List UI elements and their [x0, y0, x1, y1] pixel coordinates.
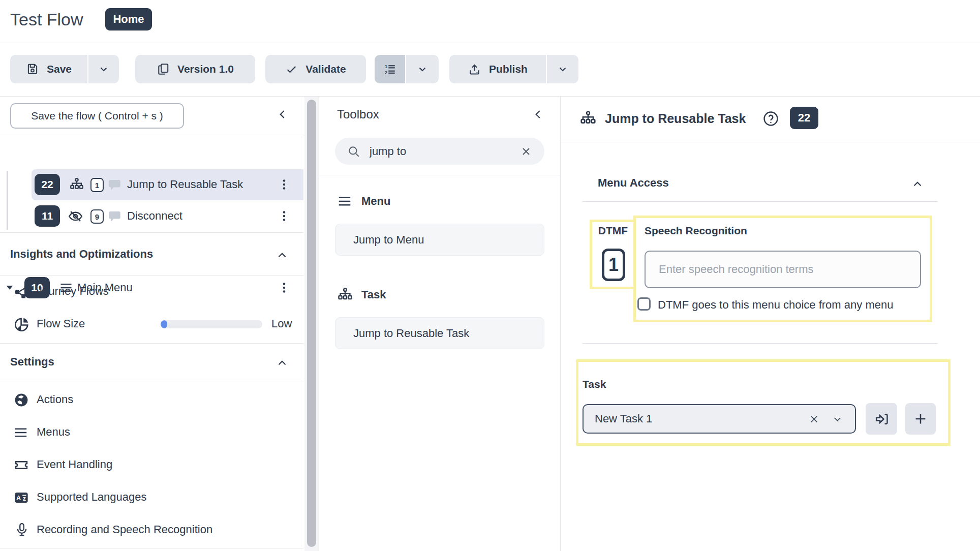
version-button[interactable]: Version 1.0	[135, 55, 255, 83]
home-badge[interactable]: Home	[105, 8, 152, 30]
task-select-value: New Task 1	[595, 412, 808, 425]
speech-recognition-label: Speech Recognition	[645, 224, 747, 237]
left-panel-divider	[0, 135, 303, 135]
inspector-title: Jump to Reusable Task	[605, 110, 746, 127]
toolbar-divider	[0, 96, 980, 97]
toolbox-right-border	[560, 97, 561, 551]
clear-task-icon[interactable]	[808, 413, 820, 425]
jump-into-task-button[interactable]	[866, 403, 897, 435]
tree-row-label: Disconnect	[127, 209, 182, 223]
toolbox-group-task: Task	[337, 287, 386, 303]
clear-search-icon[interactable]	[520, 145, 532, 158]
chevron-up-icon[interactable]	[275, 249, 289, 262]
speech-recognition-input[interactable]	[645, 251, 921, 288]
save-button-label: Save	[47, 63, 72, 75]
save-dropdown-button[interactable]	[88, 55, 119, 83]
document-copy-icon	[157, 63, 170, 76]
toolbox-left-border	[319, 97, 319, 551]
toolbox-search[interactable]	[335, 138, 544, 165]
node-number-badge: 11	[35, 205, 60, 227]
tree-row[interactable]: 10 Main Menu	[0, 136, 303, 169]
row-menu-icon[interactable]	[278, 178, 291, 191]
left-panel-bottom-divider	[0, 548, 303, 548]
home-badge-label: Home	[113, 13, 144, 26]
globe-icon	[13, 392, 29, 408]
chevron-down-icon	[98, 63, 110, 75]
flow-size-level: Low	[271, 317, 292, 330]
sidebar-item-label: Event Handling	[37, 458, 112, 471]
pie-chart-icon	[13, 316, 30, 333]
svg-text:A: A	[16, 495, 21, 502]
flow-editor: Test Flow Home Save Version 1.0 Validate	[0, 0, 980, 551]
menu-access-title: Menu Access	[598, 176, 669, 190]
save-flow-button[interactable]: Save the flow ( Control + s )	[10, 103, 184, 129]
sidebar-item-journey-flows[interactable]: Journey Flows	[0, 279, 303, 304]
chevron-up-icon[interactable]	[275, 356, 289, 370]
toolbox-item-jump-to-reusable-task[interactable]: Jump to Reusable Task	[335, 317, 544, 349]
publish-button[interactable]: Publish	[449, 55, 546, 83]
toolbox-item-jump-to-menu[interactable]: Jump to Menu	[335, 224, 544, 256]
sidebar-item-event-handling[interactable]: Event Handling	[0, 453, 303, 478]
sidebar-item-label: Supported Languages	[37, 491, 147, 504]
toolbox-item-label: Jump to Reusable Task	[353, 327, 469, 340]
insights-section-title: Insights and Optimizations	[10, 248, 153, 261]
sidebar-item-label: Recording and Speech Recognition	[37, 523, 212, 536]
tree-indent-line	[7, 171, 8, 230]
inspector-node-badge: 22	[790, 107, 818, 129]
translate-badge-icon: A z	[13, 489, 29, 506]
eye-slash-icon	[68, 208, 83, 224]
collapse-toolbox-icon[interactable]	[532, 108, 545, 121]
toolbox-group-menu: Menu	[337, 194, 390, 209]
left-panel-divider	[0, 275, 303, 276]
chevron-up-icon[interactable]	[911, 177, 924, 191]
toolbox-title: Toolbox	[337, 107, 379, 122]
flow-size-progress	[161, 320, 262, 328]
page-title: Test Flow	[10, 9, 83, 30]
help-icon[interactable]	[762, 110, 779, 127]
save-button[interactable]: Save	[10, 55, 87, 83]
toolbox-item-label: Jump to Menu	[353, 233, 424, 247]
node-number-badge: 22	[35, 174, 60, 195]
toolbox-divider	[319, 175, 560, 175]
dtmf-key-icon: 9	[90, 209, 104, 224]
tree-row-label: Jump to Reusable Task	[127, 178, 243, 191]
validate-button-label: Validate	[305, 63, 346, 75]
sitemap-icon	[579, 110, 597, 127]
ticket-icon	[13, 457, 29, 473]
collapse-left-panel-icon[interactable]	[276, 108, 289, 121]
speech-bubble-icon	[108, 178, 121, 192]
dtmf-any-menu-checkbox[interactable]	[637, 297, 651, 311]
validate-button[interactable]: Validate	[265, 55, 366, 83]
flow-order-button[interactable]: 1 2	[375, 55, 405, 83]
numbered-list-icon: 1 2	[383, 63, 396, 76]
scrollbar-thumb[interactable]	[307, 100, 316, 547]
dtmf-keycap[interactable]: 1	[602, 249, 625, 281]
flow-size-progress-fill	[161, 320, 167, 328]
inspector-header-divider	[561, 142, 980, 142]
dtmf-any-menu-checkbox-label[interactable]: DTMF goes to this menu choice from any m…	[658, 298, 893, 312]
sidebar-item-menus[interactable]: Menus	[0, 420, 303, 446]
sidebar-item-supported-languages[interactable]: A z Supported Languages	[0, 485, 303, 511]
task-select[interactable]: New Task 1	[583, 404, 856, 434]
chevron-down-icon[interactable]	[831, 413, 844, 425]
dtmf-label: DTMF	[590, 224, 636, 237]
svg-text:2: 2	[385, 70, 388, 75]
flow-order-dropdown-button[interactable]	[406, 55, 439, 83]
search-input[interactable]	[369, 144, 512, 159]
speech-bubble-icon	[108, 209, 121, 223]
publish-dropdown-button[interactable]	[547, 55, 578, 83]
sidebar-item-label: Flow Size	[37, 317, 85, 330]
settings-section-title: Settings	[10, 355, 54, 369]
publish-button-label: Publish	[489, 63, 528, 75]
sidebar-item-recording-speech[interactable]: Recording and Speech Recognition	[0, 518, 303, 543]
add-task-button[interactable]	[905, 403, 936, 435]
network-nodes-icon	[13, 283, 30, 300]
left-panel-divider	[0, 382, 303, 382]
arrow-into-bracket-icon	[874, 411, 890, 427]
sidebar-item-actions[interactable]: Actions	[0, 388, 303, 413]
sidebar-item-label: Menus	[37, 425, 70, 439]
section-divider	[583, 343, 938, 344]
hamburger-icon	[337, 194, 352, 209]
row-menu-icon[interactable]	[278, 209, 291, 223]
sidebar-item-flow-size[interactable]: Flow Size Low	[0, 312, 303, 337]
